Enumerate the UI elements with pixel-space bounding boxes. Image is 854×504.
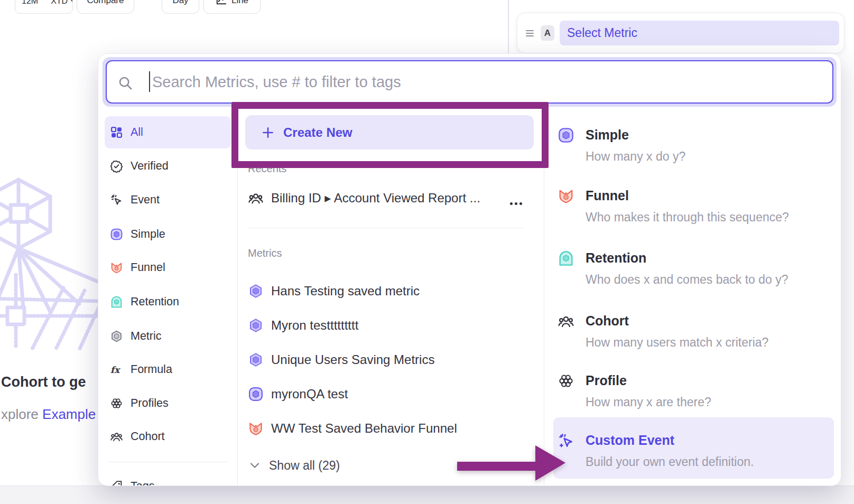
chevron-down-icon	[250, 462, 259, 469]
sidebar-label: All	[131, 126, 143, 139]
formula-fx-icon: fx	[109, 362, 123, 376]
explore-prefix-text: xplore	[1, 406, 42, 422]
recents-metrics-divider	[248, 228, 524, 228]
chart-type-line-button[interactable]: Line	[203, 0, 261, 14]
sidebar-label: Tags	[131, 480, 154, 487]
sidebar-label: Metric	[131, 330, 162, 343]
sidebar-label: Retention	[131, 295, 179, 309]
recent-item-overflow-dots[interactable]	[510, 202, 522, 205]
metric-item-label: Myron testtttttttt	[271, 318, 358, 333]
search-box	[106, 60, 833, 104]
profiles-flower-icon	[558, 372, 574, 389]
sidebar-item-all[interactable]: All	[105, 116, 231, 148]
cohort-people-icon	[109, 430, 123, 443]
sidebar-item-cohort[interactable]: Cohort	[105, 422, 231, 451]
sidebar-label: Simple	[131, 228, 165, 241]
select-metric-label: Select Metric	[567, 26, 637, 40]
sidebar-label: Cohort	[131, 430, 165, 443]
type-custom-event-desc: Build your own event definition.	[586, 455, 754, 469]
type-simple[interactable]: Simple	[586, 127, 629, 143]
type-custom-event[interactable]: Custom Event	[586, 433, 674, 448]
svg-text:fx: fx	[110, 364, 120, 375]
metric-picker-modal: All Verified Event Simple Funnel Retenti…	[98, 53, 841, 486]
retention-icon	[109, 295, 123, 309]
sidebar-label: Profiles	[131, 397, 169, 410]
type-cohort-desc: How many users match x criteria?	[586, 335, 768, 350]
range-12m-button[interactable]: 12M	[15, 0, 44, 13]
sidebar-item-event[interactable]: Event	[105, 185, 231, 214]
metric-list-item[interactable]: myronQA test	[248, 383, 348, 405]
simple-metric-icon	[558, 127, 574, 144]
sidebar-label: Funnel	[131, 261, 165, 274]
sidebar-item-formula[interactable]: fx Formula	[105, 354, 231, 384]
type-cohort[interactable]: Cohort	[586, 313, 629, 329]
custom-event-cursor-icon	[558, 432, 574, 449]
metrics-header: Metrics	[248, 247, 282, 259]
chevron-down-icon	[70, 0, 73, 4]
sidebar-item-tags[interactable]: Tags	[105, 471, 231, 486]
sidebar-item-funnel[interactable]: Funnel	[105, 253, 231, 282]
select-metric-field[interactable]: Select Metric	[560, 21, 839, 45]
interval-label: Day	[172, 0, 188, 6]
sidebar-item-simple[interactable]: Simple	[105, 219, 231, 249]
funnel-icon	[109, 260, 123, 274]
compare-button[interactable]: Compare	[77, 0, 134, 14]
line-chart-icon	[216, 0, 227, 6]
type-funnel-desc: Who makes it through this sequence?	[586, 210, 789, 225]
metric-hexagon-icon	[248, 318, 264, 333]
metric-list-item[interactable]: Myron testtttttttt	[248, 314, 358, 337]
interval-day-button[interactable]: Day	[162, 0, 199, 14]
type-funnel[interactable]: Funnel	[586, 188, 629, 203]
sidebar-item-verified[interactable]: Verified	[105, 151, 231, 181]
sidebar-item-metric[interactable]: Metric	[105, 321, 231, 351]
sidebar-label: Formula	[131, 363, 172, 376]
metric-hexagon-icon	[248, 283, 264, 299]
simple-metric-icon	[248, 386, 264, 402]
sidebar-label: Verified	[131, 160, 169, 173]
type-profile-desc: How many x are there?	[586, 395, 711, 409]
background-explore-line: xplore Example	[1, 406, 98, 423]
drag-handle-icon[interactable]	[525, 29, 535, 38]
saved-metric-icon	[109, 329, 123, 343]
grid-icon	[109, 126, 123, 139]
sidebar-item-profiles[interactable]: Profiles	[105, 388, 231, 418]
tag-icon	[109, 479, 123, 486]
show-all-label: Show all (29)	[269, 459, 340, 473]
type-retention[interactable]: Retention	[586, 250, 646, 266]
search-input[interactable]	[107, 61, 832, 102]
event-cursor-icon	[109, 193, 123, 207]
metric-item-label: myronQA test	[271, 387, 348, 402]
range-xtd-button[interactable]: XTD	[44, 0, 73, 13]
profiles-flower-icon	[109, 396, 123, 410]
date-range-segmented-control[interactable]: 12M XTD	[15, 0, 73, 14]
type-retention-desc: Who does x and comes back to do y?	[586, 273, 788, 287]
simple-metric-icon	[109, 227, 123, 241]
chart-type-label: Line	[231, 0, 248, 6]
metric-list-item[interactable]: Hans Testing saved metric	[248, 280, 420, 302]
recent-item-label: Billing ID ▸ Account Viewed Report ...	[271, 191, 480, 206]
metric-item-label: WW Test Saved Behavior Funnel	[271, 421, 457, 436]
funnel-icon	[558, 188, 574, 204]
series-a-badge: A	[541, 25, 554, 41]
metric-slot-card: A Select Metric	[517, 13, 844, 53]
metric-item-label: Unique Users Saving Metrics	[271, 352, 434, 367]
funnel-icon	[248, 421, 264, 436]
sidebar-divider	[237, 109, 238, 486]
example-link[interactable]: Example	[42, 406, 96, 422]
decorative-wireframe-art	[0, 174, 100, 351]
metric-hexagon-icon	[248, 352, 264, 368]
sidebar-label: Event	[131, 193, 160, 207]
recent-item-billing[interactable]: Billing ID ▸ Account Viewed Report ...	[248, 187, 480, 209]
range-xtd-label: XTD	[51, 0, 68, 6]
show-all-toggle[interactable]: Show all (29)	[248, 454, 340, 477]
custom-event-highlight	[553, 417, 834, 479]
verified-seal-icon	[109, 159, 123, 173]
type-simple-desc: How many x do y?	[586, 150, 685, 164]
metric-list-item[interactable]: WW Test Saved Behavior Funnel	[248, 417, 457, 440]
background-headline: Cohort to ge	[1, 374, 98, 390]
recents-header: Recents	[248, 163, 286, 175]
metric-list-item[interactable]: Unique Users Saving Metrics	[248, 349, 434, 371]
sidebar-item-retention[interactable]: Retention	[105, 287, 231, 316]
type-profile[interactable]: Profile	[586, 373, 627, 388]
create-new-button[interactable]: Create New	[245, 115, 534, 150]
